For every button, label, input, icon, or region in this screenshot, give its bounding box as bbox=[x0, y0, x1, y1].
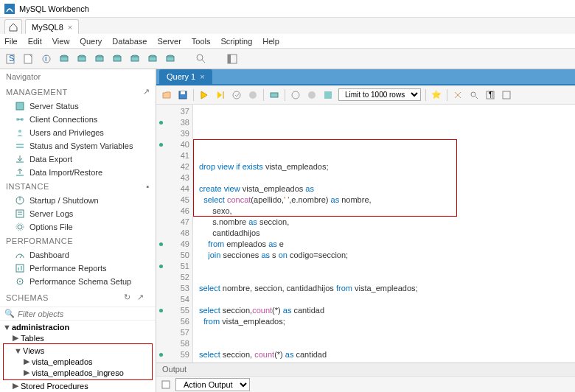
nav-dashboard[interactable]: Dashboard bbox=[0, 248, 156, 262]
tree-db[interactable]: ▼administracion bbox=[3, 322, 153, 332]
nav-users-privileges[interactable]: Users and Privileges bbox=[0, 126, 156, 139]
nav-perf-reports[interactable]: Performance Reports bbox=[0, 262, 156, 275]
users-icon bbox=[15, 127, 25, 138]
svg-text:¶: ¶ bbox=[489, 90, 493, 99]
svg-rect-24 bbox=[16, 102, 24, 110]
svg-rect-51 bbox=[271, 93, 278, 97]
menu-view[interactable]: View bbox=[52, 37, 70, 46]
beautify-icon[interactable] bbox=[452, 89, 464, 101]
svg-line-56 bbox=[475, 97, 478, 99]
refresh-icon[interactable]: ↻ bbox=[124, 293, 131, 302]
tree-tables[interactable]: ▶Tables bbox=[3, 332, 153, 343]
execute-icon[interactable] bbox=[198, 89, 210, 101]
db-icon-1[interactable] bbox=[58, 52, 71, 66]
nav-server-status[interactable]: Server Status bbox=[0, 99, 156, 113]
schema-filter-input[interactable] bbox=[18, 309, 151, 318]
open-file-icon[interactable] bbox=[161, 89, 172, 101]
new-sql-tab-icon[interactable]: S bbox=[4, 52, 18, 66]
code-content[interactable]: drop view if exists vista_empleados; cre… bbox=[193, 105, 575, 363]
svg-rect-30 bbox=[16, 147, 24, 148]
svg-rect-31 bbox=[16, 161, 24, 163]
svg-line-21 bbox=[202, 60, 205, 63]
find-icon[interactable] bbox=[468, 89, 480, 101]
svg-text:i: i bbox=[45, 54, 46, 63]
tree-view-item-1[interactable]: ▶vista_empleados bbox=[5, 356, 150, 367]
nav-perf-schema[interactable]: Performance Schema Setup bbox=[0, 275, 156, 288]
menu-database[interactable]: Database bbox=[112, 37, 147, 46]
tree-views[interactable]: ▼Views bbox=[5, 346, 150, 356]
db-icon-3[interactable] bbox=[93, 52, 106, 66]
connection-tab[interactable]: MySQL8 × bbox=[25, 19, 79, 34]
connection-tab-label: MySQL8 bbox=[32, 23, 63, 32]
close-icon[interactable]: × bbox=[68, 23, 72, 32]
editor-panel: Query 1 × Limit to 1000 rows ⭐ ¶ bbox=[156, 69, 575, 392]
explain-icon[interactable] bbox=[231, 89, 243, 101]
schema-filter: 🔍 bbox=[0, 307, 156, 321]
home-tab[interactable] bbox=[4, 19, 22, 34]
output-header: Output bbox=[156, 363, 575, 376]
schemas-header: SCHEMAS ↻ ↗ bbox=[0, 288, 156, 307]
output-select[interactable]: Action Output bbox=[175, 378, 250, 391]
search-icon: 🔍 bbox=[4, 309, 15, 318]
management-header: MANAGEMENT ↗ bbox=[0, 84, 156, 99]
wrap-icon[interactable]: ¶ bbox=[484, 89, 496, 101]
menu-query[interactable]: Query bbox=[80, 37, 102, 46]
svg-rect-29 bbox=[16, 144, 24, 145]
nav-client-connections[interactable]: Client Connections bbox=[0, 113, 156, 126]
menu-scripting[interactable]: Scripting bbox=[221, 37, 253, 46]
nav-status-vars[interactable]: Status and System Variables bbox=[0, 139, 156, 153]
menu-tools[interactable]: Tools bbox=[192, 37, 211, 46]
db-icon-6[interactable] bbox=[146, 52, 159, 66]
nav-options-file[interactable]: Options File bbox=[0, 220, 156, 234]
tree-view-item-2[interactable]: ▶vista_empleados_ingreso bbox=[5, 367, 150, 378]
svg-point-49 bbox=[233, 91, 240, 99]
save-icon[interactable] bbox=[177, 89, 189, 101]
svg-point-28 bbox=[18, 130, 21, 133]
nav-data-export[interactable]: Data Export bbox=[0, 153, 156, 166]
output-bar: Action Output bbox=[156, 376, 575, 392]
svg-rect-41 bbox=[16, 265, 24, 272]
nav-startup[interactable]: Startup / Shutdown bbox=[0, 194, 156, 207]
stop-icon[interactable] bbox=[247, 89, 259, 101]
expand-schemas-icon[interactable]: ↗ bbox=[137, 293, 144, 302]
output-action-icon[interactable] bbox=[161, 379, 171, 390]
svg-text:S: S bbox=[9, 54, 14, 63]
expand-icon[interactable]: ↗ bbox=[143, 87, 150, 97]
open-inspector-icon[interactable]: i bbox=[40, 52, 53, 66]
svg-rect-47 bbox=[181, 91, 185, 94]
star-icon[interactable]: ⭐ bbox=[431, 89, 442, 101]
menu-edit[interactable]: Edit bbox=[28, 37, 42, 46]
panel-toggle-icon[interactable] bbox=[226, 52, 239, 66]
instance-header: INSTANCE ▪ bbox=[0, 179, 156, 194]
panel-icon[interactable] bbox=[501, 89, 512, 101]
rollback-icon[interactable] bbox=[306, 89, 318, 101]
menu-file[interactable]: File bbox=[4, 37, 18, 46]
menu-server[interactable]: Server bbox=[157, 37, 181, 46]
db-icon-2[interactable] bbox=[75, 52, 88, 66]
commit-icon[interactable] bbox=[268, 89, 280, 101]
nav-data-import[interactable]: Data Import/Restore bbox=[0, 166, 156, 179]
tree-sp[interactable]: ▶Stored Procedures bbox=[3, 380, 153, 391]
db-icon-5[interactable] bbox=[128, 52, 142, 66]
svg-point-52 bbox=[292, 91, 299, 99]
editor-toolbar: Limit to 1000 rows ⭐ ¶ bbox=[156, 85, 575, 105]
db-icon-4[interactable] bbox=[111, 52, 124, 66]
open-sql-icon[interactable] bbox=[22, 52, 35, 66]
svg-line-40 bbox=[20, 255, 22, 258]
close-icon[interactable]: × bbox=[200, 72, 204, 81]
vars-icon bbox=[15, 141, 25, 151]
export-icon bbox=[15, 154, 25, 164]
limit-select[interactable]: Limit to 1000 rows bbox=[338, 88, 421, 101]
db-icon-7[interactable] bbox=[164, 52, 177, 66]
toggle-icon[interactable] bbox=[322, 89, 334, 101]
autocommit-icon[interactable] bbox=[290, 89, 302, 101]
menu-help[interactable]: Help bbox=[262, 37, 279, 46]
svg-rect-59 bbox=[503, 91, 510, 99]
line-gutter: 3738394041424344454647484950515253545556… bbox=[156, 105, 193, 363]
execute-step-icon[interactable] bbox=[215, 89, 226, 101]
search-icon[interactable] bbox=[195, 52, 208, 66]
code-area[interactable]: 3738394041424344454647484950515253545556… bbox=[156, 105, 575, 363]
nav-server-logs[interactable]: Server Logs bbox=[0, 207, 156, 220]
svg-rect-7 bbox=[60, 57, 68, 61]
editor-tab-query1[interactable]: Query 1 × bbox=[159, 69, 212, 84]
